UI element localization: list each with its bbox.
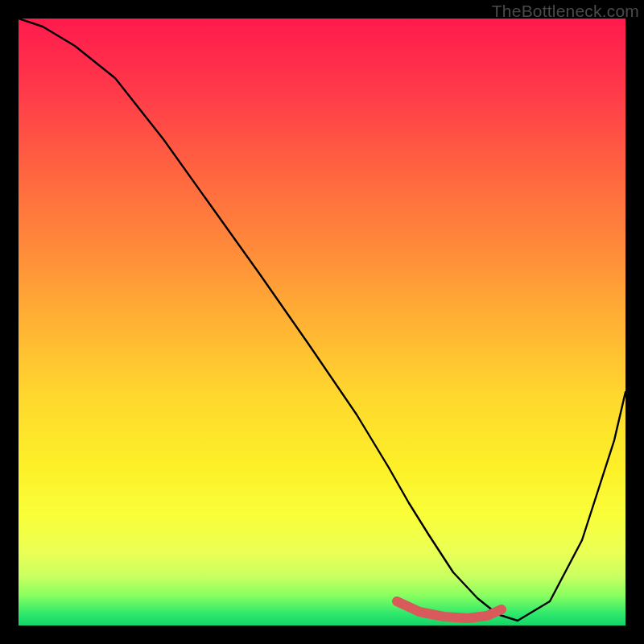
- chart-svg: [19, 19, 625, 625]
- chart-area: [19, 19, 625, 625]
- bottleneck-curve: [19, 19, 625, 621]
